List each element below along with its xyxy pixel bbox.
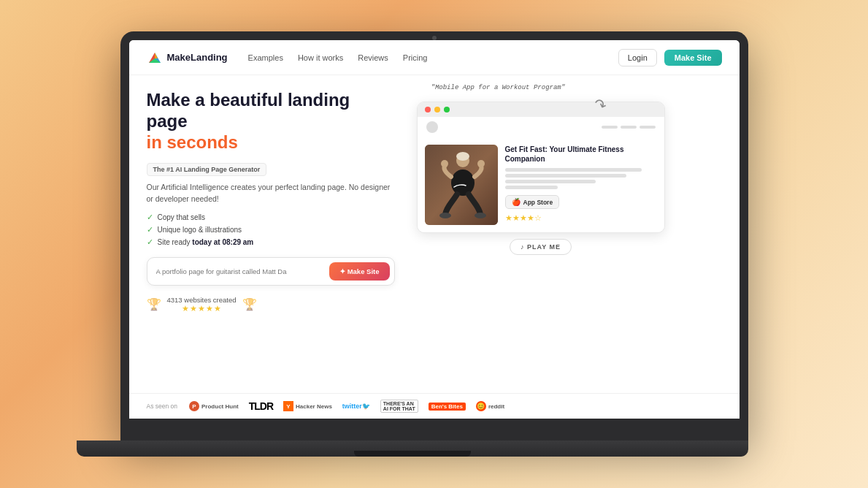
fitness-svg [425,145,498,225]
preview-card-title: Get Fit Fast: Your Ultimate Fitness Comp… [505,145,657,164]
left-side: Make a beautiful landing page in seconds… [147,90,395,386]
titlebar-dot-yellow [434,107,440,113]
product-hunt-icon: P [189,401,199,411]
preview-titlebar [418,102,664,117]
laptop-base [77,441,748,457]
logo-text: MakeLanding [167,52,228,63]
hacker-news-logo: Y Hacker News [283,401,332,411]
svg-point-11 [439,213,451,218]
preview-lines [505,168,657,189]
app-store-text: App Store [523,199,553,206]
social-proof: 🏆 4313 websites created ★★★★★ 🏆 [147,296,395,313]
check-icon-3: ✓ [147,237,153,247]
tldr-text: TLDR [249,400,273,412]
check-icon-2: ✓ [147,225,153,235]
product-hunt-text: Product Hunt [201,403,239,410]
play-button[interactable]: ♪ PLAY ME [510,239,572,255]
titlebar-dot-green [444,107,450,113]
footer-bar: As seen on P Product Hunt TLDR Y Hacker … [129,393,740,419]
as-seen-on-label: As seen on [147,403,178,410]
ben-bites-logo: Ben's Bites [429,403,466,411]
checklist-item-2: ✓ Unique logo & illustrations [147,225,395,235]
checklist-text-1: Copy that sells [158,213,206,221]
hero-description: Our Artificial Intelligence creates your… [147,182,395,205]
twitter-text: twitter🐦 [342,403,370,410]
websites-count: 4313 websites created [167,296,237,304]
preview-stars: ★★★★☆ [505,213,657,223]
apple-icon: 🍎 [512,198,521,206]
hero-badge: The #1 AI Landing Page Generator [147,163,267,176]
preview-nav-circle [426,121,438,133]
preview-line-1 [505,168,642,172]
hero-title-orange: in seconds [147,132,238,152]
award-left-icon: 🏆 [147,297,161,311]
logo-area[interactable]: MakeLanding [147,50,228,66]
laptop-screen: MakeLanding Examples How it works Review… [129,40,740,419]
today-highlight: today at 08:29 am [192,238,253,246]
nav-pricing[interactable]: Pricing [403,53,428,62]
check-icon-1: ✓ [147,213,153,222]
right-side: "Mobile App for a Workout Program" ↷ [417,90,665,386]
proof-text-area: 4313 websites created ★★★★★ [167,296,237,313]
preview-nav-bar-3 [640,126,656,129]
reddit-icon: 😊 [476,401,486,411]
twitter-logo: twitter🐦 [342,403,370,410]
hero-title: Make a beautiful landing page in seconds [147,90,395,153]
nav-how-it-works[interactable]: How it works [298,53,343,62]
product-hunt-logo: P Product Hunt [189,401,239,411]
svg-point-10 [477,160,485,167]
stars-rating: ★★★★★ [167,304,237,313]
checklist-item-3: ✓ Site ready today at 08:29 am [147,237,395,247]
titlebar-dot-red [425,107,431,113]
logo-icon [147,50,163,66]
press-logos: P Product Hunt TLDR Y Hacker News twitte… [189,400,504,413]
screen-content: MakeLanding Examples How it works Review… [129,40,740,419]
preview-card: Get Fit Fast: Your Ultimate Fitness Comp… [417,102,665,233]
preview-nav-bar-1 [602,126,618,129]
checklist-text-2: Unique logo & illustrations [158,226,242,234]
nav-examples[interactable]: Examples [248,53,283,62]
preview-line-3 [505,180,596,183]
login-button[interactable]: Login [618,49,657,66]
preview-line-4 [505,186,558,189]
preview-fitness-image [425,145,498,225]
input-area: ✦ Make Site [147,257,395,286]
hero-title-line1: Make a beautiful landing page [147,90,350,131]
prompt-bubble: "Mobile App for a Workout Program" [431,84,566,91]
hacker-news-icon: Y [283,401,293,411]
there-ai-logo: THERE'S ANAI FOR THAT [380,400,418,413]
preview-info: Get Fit Fast: Your Ultimate Fitness Comp… [505,145,657,225]
nav-actions: Login Make Site [618,49,722,66]
preview-nav-bar-2 [621,126,637,129]
nav-reviews[interactable]: Reviews [358,53,388,62]
svg-point-7 [456,152,469,161]
reddit-text: reddit [488,403,504,410]
checklist: ✓ Copy that sells ✓ Unique logo & illust… [147,213,395,247]
svg-point-12 [475,213,486,218]
ben-bites-text: Ben's Bites [429,403,466,411]
svg-point-8 [451,169,475,196]
checklist-item-1: ✓ Copy that sells [147,213,395,222]
site-description-input[interactable] [156,267,330,275]
navbar: MakeLanding Examples How it works Review… [129,40,740,75]
svg-point-9 [441,160,448,167]
laptop-frame: MakeLanding Examples How it works Review… [120,31,748,441]
play-area: ♪ PLAY ME [417,233,665,258]
main-content: Make a beautiful landing page in seconds… [129,75,740,393]
preview-app-store[interactable]: 🍎 App Store [505,195,560,209]
make-site-main-button[interactable]: ✦ Make Site [329,262,389,281]
make-site-nav-button[interactable]: Make Site [664,50,722,66]
award-right-icon: 🏆 [242,297,257,311]
preview-body: Get Fit Fast: Your Ultimate Fitness Comp… [418,137,664,232]
tldr-logo: TLDR [249,400,273,412]
preview-nav-mock [418,117,664,137]
reddit-logo: 😊 reddit [476,401,504,411]
there-ai-text: THERE'S ANAI FOR THAT [380,400,418,413]
hacker-news-text: Hacker News [296,403,332,410]
preview-line-2 [505,174,626,178]
nav-links: Examples How it works Reviews Pricing [248,53,618,62]
preview-nav-bars [602,126,656,129]
checklist-text-3: Site ready today at 08:29 am [158,238,254,246]
